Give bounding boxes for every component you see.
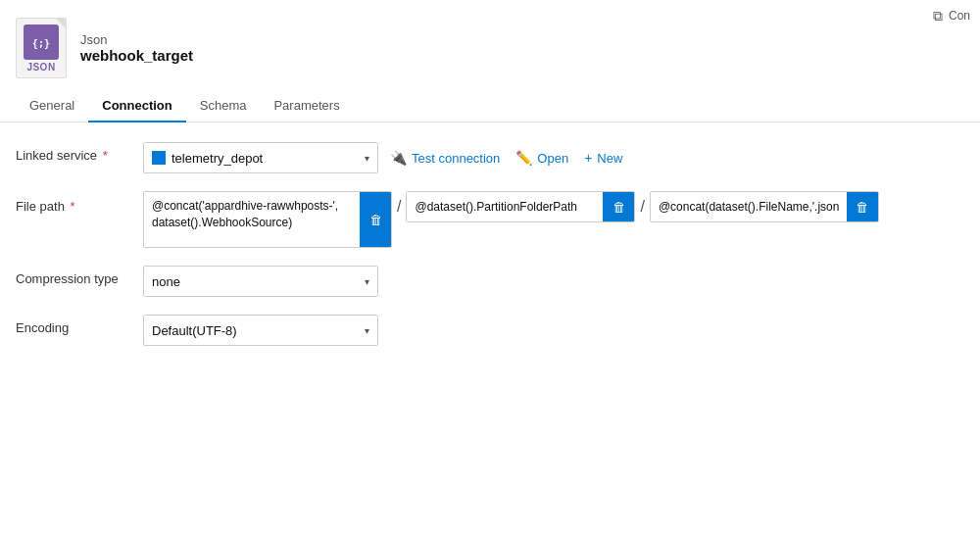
window-icon: ⧉ — [933, 8, 943, 24]
encoding-label: Encoding — [16, 315, 143, 335]
filepath-segment2-input[interactable] — [407, 192, 603, 221]
compression-type-arrow: ▾ — [365, 276, 369, 287]
header-text: Json webhook_target — [80, 32, 193, 64]
required-star: * — [99, 148, 108, 163]
top-bar: ⧉ Con — [923, 0, 980, 31]
compression-type-label: Compression type — [16, 266, 143, 286]
compression-type-row: Compression type none ▾ — [16, 266, 964, 297]
new-icon: + — [584, 150, 592, 166]
window-label: Con — [949, 9, 970, 23]
linked-service-control: telemetry_depot ▾ 🔌 Test connection ✏️ O… — [143, 142, 964, 173]
delete-icon-2: 🗑 — [612, 200, 625, 215]
encoding-arrow: ▾ — [365, 325, 369, 336]
linked-service-value: telemetry_depot — [172, 151, 359, 166]
json-label: JSON — [26, 62, 55, 73]
file-type: Json — [80, 32, 193, 47]
header: {;} JSON Json webhook_target — [0, 0, 980, 90]
compression-type-value: none — [152, 274, 359, 289]
file-path-control: 🗑 / 🗑 / 🗑 — [143, 191, 879, 248]
filepath-segment1-input[interactable] — [144, 192, 360, 248]
new-button[interactable]: + New — [584, 150, 622, 166]
json-icon-inner: {;} — [24, 24, 59, 60]
encoding-row: Encoding Default(UTF-8) ▾ — [16, 315, 964, 346]
open-icon: ✏️ — [515, 150, 532, 166]
file-path-row: File path * 🗑 / 🗑 / — [16, 191, 964, 248]
form-content: Linked service * telemetry_depot ▾ 🔌 Tes… — [0, 122, 980, 383]
filepath-segment3-delete[interactable]: 🗑 — [847, 192, 878, 221]
filepath-segment2-wrap[interactable]: 🗑 — [406, 191, 635, 222]
tab-schema[interactable]: Schema — [186, 90, 261, 122]
filepath-segment1-delete[interactable]: 🗑 — [360, 192, 391, 247]
linked-service-dropdown[interactable]: telemetry_depot ▾ — [143, 142, 378, 173]
linked-service-arrow: ▾ — [365, 153, 369, 164]
linked-service-icon — [152, 151, 166, 165]
svg-text:{;}: {;} — [32, 38, 50, 49]
tab-parameters[interactable]: Parameters — [260, 90, 353, 122]
file-path-label: File path * — [16, 191, 143, 214]
compression-type-control: none ▾ — [143, 266, 964, 297]
tabs-bar: General Connection Schema Parameters — [0, 90, 980, 122]
file-icon: {;} JSON — [16, 18, 67, 78]
encoding-dropdown[interactable]: Default(UTF-8) ▾ — [143, 315, 378, 346]
tab-general[interactable]: General — [16, 90, 88, 122]
linked-service-row: Linked service * telemetry_depot ▾ 🔌 Tes… — [16, 142, 964, 173]
filepath-segment3-wrap[interactable]: 🗑 — [650, 191, 879, 222]
encoding-value: Default(UTF-8) — [152, 323, 359, 338]
linked-service-label: Linked service * — [16, 142, 143, 163]
file-name: webhook_target — [80, 47, 193, 64]
delete-icon-3: 🗑 — [856, 200, 868, 215]
filepath-segment1-wrap[interactable]: 🗑 — [143, 191, 392, 248]
delete-icon-1: 🗑 — [369, 213, 382, 227]
compression-type-dropdown[interactable]: none ▾ — [143, 266, 378, 297]
test-connection-button[interactable]: 🔌 Test connection — [390, 150, 500, 166]
open-button[interactable]: ✏️ Open — [515, 150, 568, 166]
tab-connection[interactable]: Connection — [88, 90, 186, 122]
filepath-segment2-delete[interactable]: 🗑 — [603, 192, 634, 221]
filepath-segment3-input[interactable] — [651, 192, 847, 221]
encoding-control: Default(UTF-8) ▾ — [143, 315, 964, 346]
test-connection-icon: 🔌 — [390, 150, 407, 166]
action-buttons: 🔌 Test connection ✏️ Open + New — [390, 150, 622, 166]
file-path-required-star: * — [67, 199, 75, 214]
separator-2: / — [635, 191, 649, 222]
separator-1: / — [392, 191, 406, 222]
